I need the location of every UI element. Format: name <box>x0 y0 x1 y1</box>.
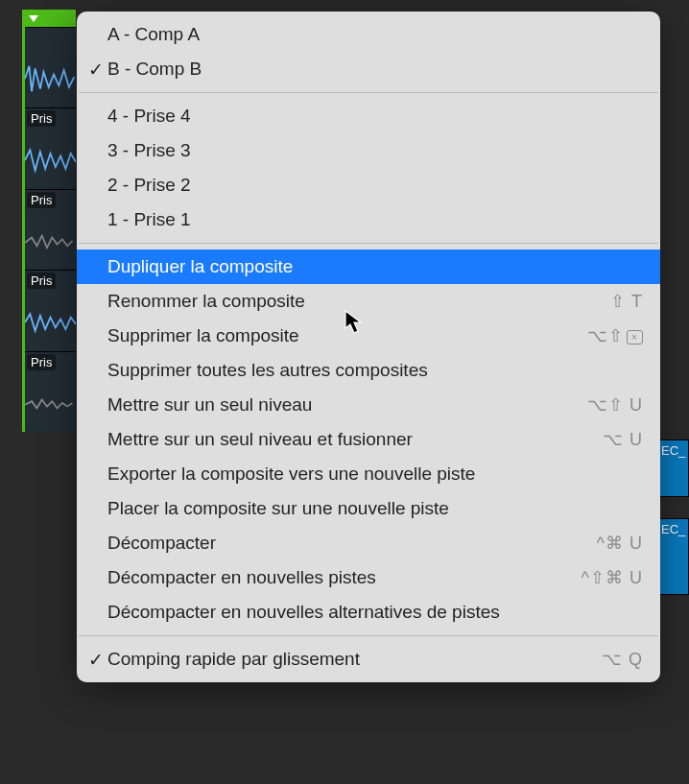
menu-item-rename-comp[interactable]: Renommer la composite ⇧ T <box>77 284 660 319</box>
menu-separator <box>79 635 658 636</box>
menu-item-label: Mettre sur un seul niveau <box>107 394 587 416</box>
menu-item-duplicate-comp[interactable]: Dupliquer la composite <box>77 249 660 284</box>
menu-item-take-4[interactable]: 4 - Prise 4 <box>77 99 660 133</box>
menu-item-label: 3 - Prise 3 <box>107 140 643 161</box>
menu-item-label: Décompacter en nouvelles pistes <box>107 567 582 588</box>
menu-item-export-comp-track[interactable]: Exporter la composite vers une nouvelle … <box>77 457 660 491</box>
take-folder-header[interactable] <box>25 10 76 27</box>
waveform-icon <box>25 141 76 179</box>
menu-item-flatten[interactable]: Mettre sur un seul niveau ⌥⇧ U <box>77 388 660 422</box>
waveform-icon <box>25 59 76 98</box>
take-label: Pris <box>27 192 56 208</box>
take-lane[interactable]: Pris <box>25 351 76 432</box>
menu-item-label: Supprimer la composite <box>107 325 587 346</box>
take-lane[interactable] <box>25 27 76 107</box>
menu-shortcut: ⌥ U <box>603 429 643 450</box>
menu-shortcut: ⌥ Q <box>602 649 643 670</box>
menu-item-label: 4 - Prise 4 <box>107 106 643 127</box>
menu-item-delete-comp[interactable]: Supprimer la composite ⌥⇧× <box>77 319 660 353</box>
menu-shortcut: ^⇧⌘ U <box>582 567 643 588</box>
take-folder-context-menu: A - Comp A ✓ B - Comp B 4 - Prise 4 3 - … <box>77 12 660 682</box>
region-label: EC_ <box>661 443 685 458</box>
menu-item-label: Exporter la composite vers une nouvelle … <box>107 463 643 485</box>
menu-item-label: Supprimer toutes les autres composites <box>107 360 643 381</box>
menu-item-delete-other-comps[interactable]: Supprimer toutes les autres composites <box>77 353 660 388</box>
menu-item-label: A - Comp A <box>107 24 643 45</box>
menu-item-unpack-alternatives[interactable]: Décompacter en nouvelles alternatives de… <box>77 595 660 630</box>
menu-item-label: Renommer la composite <box>107 291 610 312</box>
menu-item-label: Comping rapide par glissement <box>107 649 602 670</box>
take-folder: Pris Pris Pris Pris <box>22 10 76 432</box>
take-lane[interactable]: Pris <box>25 107 76 188</box>
menu-item-take-3[interactable]: 3 - Prise 3 <box>77 133 660 168</box>
take-label: Pris <box>27 354 56 370</box>
menu-item-move-comp-track[interactable]: Placer la composite sur une nouvelle pis… <box>77 491 660 526</box>
menu-item-label: Mettre sur un seul niveau et fusionner <box>107 429 603 450</box>
take-lane[interactable]: Pris <box>25 189 76 270</box>
menu-shortcut: ⇧ T <box>610 291 643 312</box>
check-icon: ✓ <box>84 649 107 671</box>
menu-separator <box>79 243 658 244</box>
menu-item-label: Placer la composite sur une nouvelle pis… <box>107 498 643 519</box>
menu-item-label: Dupliquer la composite <box>107 256 643 277</box>
menu-separator <box>79 92 658 93</box>
menu-item-label: 1 - Prise 1 <box>107 209 643 230</box>
menu-shortcut: ⌥⇧ U <box>587 394 643 416</box>
take-label: Pris <box>27 273 56 289</box>
menu-item-label: Décompacter en nouvelles alternatives de… <box>107 602 643 623</box>
take-lane[interactable]: Pris <box>25 270 76 350</box>
check-icon: ✓ <box>84 59 107 81</box>
menu-item-take-1[interactable]: 1 - Prise 1 <box>77 202 660 237</box>
waveform-icon <box>25 222 76 260</box>
menu-item-comp-a[interactable]: A - Comp A <box>77 17 660 52</box>
waveform-icon <box>25 303 76 342</box>
waveform-icon <box>25 384 76 422</box>
menu-item-label: 2 - Prise 2 <box>107 175 643 196</box>
audio-region[interactable]: EC_ <box>658 440 689 497</box>
menu-item-quick-swipe-comping[interactable]: ✓ Comping rapide par glissement ⌥ Q <box>77 642 660 677</box>
take-label: Pris <box>27 110 56 127</box>
menu-item-flatten-merge[interactable]: Mettre sur un seul niveau et fusionner ⌥… <box>77 422 660 457</box>
menu-item-comp-b[interactable]: ✓ B - Comp B <box>77 52 660 86</box>
region-label: EC_ <box>661 522 685 536</box>
menu-item-unpack-new-tracks[interactable]: Décompacter en nouvelles pistes ^⇧⌘ U <box>77 560 660 595</box>
disclosure-triangle-icon[interactable] <box>29 15 38 22</box>
menu-item-take-2[interactable]: 2 - Prise 2 <box>77 168 660 202</box>
audio-region[interactable]: EC_ <box>658 518 689 595</box>
menu-shortcut: ^⌘ U <box>597 533 643 554</box>
menu-shortcut: ⌥⇧× <box>587 325 643 346</box>
menu-item-label: Décompacter <box>107 533 597 554</box>
menu-item-unpack[interactable]: Décompacter ^⌘ U <box>77 526 660 560</box>
menu-item-label: B - Comp B <box>107 59 643 80</box>
